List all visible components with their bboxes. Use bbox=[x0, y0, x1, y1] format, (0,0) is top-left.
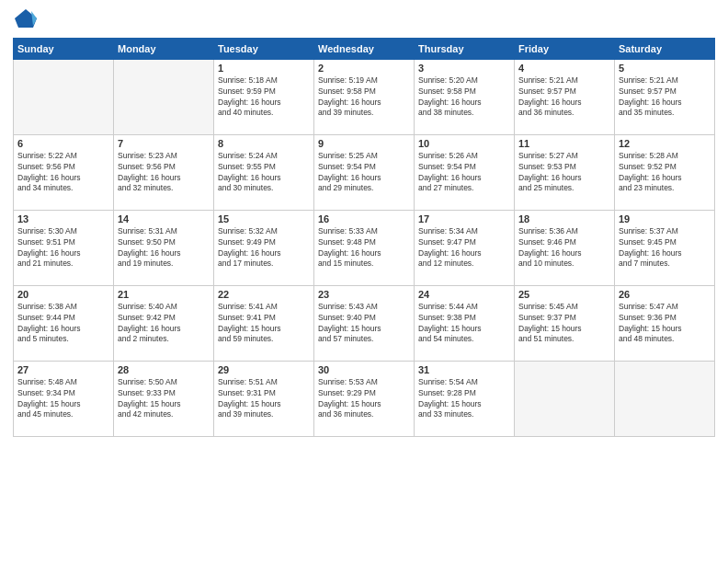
day-number: 12 bbox=[619, 138, 711, 149]
day-detail: Sunrise: 5:45 AM Sunset: 9:37 PM Dayligh… bbox=[518, 302, 610, 346]
calendar-cell bbox=[515, 361, 615, 436]
logo-icon bbox=[15, 9, 37, 28]
day-detail: Sunrise: 5:28 AM Sunset: 9:52 PM Dayligh… bbox=[619, 151, 711, 195]
logo-text bbox=[13, 9, 37, 32]
logo bbox=[13, 9, 37, 32]
weekday-header-saturday: Saturday bbox=[615, 38, 715, 59]
day-detail: Sunrise: 5:22 AM Sunset: 9:56 PM Dayligh… bbox=[17, 151, 109, 195]
calendar-cell: 6Sunrise: 5:22 AM Sunset: 9:56 PM Daylig… bbox=[14, 134, 114, 210]
day-number: 3 bbox=[418, 63, 510, 74]
day-number: 18 bbox=[518, 213, 610, 224]
day-number: 14 bbox=[118, 213, 210, 224]
day-detail: Sunrise: 5:36 AM Sunset: 9:46 PM Dayligh… bbox=[518, 226, 610, 270]
day-detail: Sunrise: 5:48 AM Sunset: 9:34 PM Dayligh… bbox=[17, 377, 109, 421]
calendar-cell: 24Sunrise: 5:44 AM Sunset: 9:38 PM Dayli… bbox=[415, 285, 515, 361]
calendar-cell: 12Sunrise: 5:28 AM Sunset: 9:52 PM Dayli… bbox=[615, 134, 715, 210]
weekday-header-tuesday: Tuesday bbox=[214, 38, 314, 59]
day-number: 9 bbox=[318, 138, 410, 149]
calendar-cell: 14Sunrise: 5:31 AM Sunset: 9:50 PM Dayli… bbox=[114, 210, 214, 285]
day-number: 29 bbox=[218, 364, 310, 375]
day-detail: Sunrise: 5:47 AM Sunset: 9:36 PM Dayligh… bbox=[619, 302, 711, 346]
day-detail: Sunrise: 5:34 AM Sunset: 9:47 PM Dayligh… bbox=[418, 226, 510, 270]
calendar-cell: 13Sunrise: 5:30 AM Sunset: 9:51 PM Dayli… bbox=[14, 210, 114, 285]
calendar-cell: 4Sunrise: 5:21 AM Sunset: 9:57 PM Daylig… bbox=[515, 59, 615, 134]
day-number: 20 bbox=[17, 289, 109, 300]
calendar-cell bbox=[615, 361, 715, 436]
day-number: 26 bbox=[619, 289, 711, 300]
day-number: 11 bbox=[518, 138, 610, 149]
day-detail: Sunrise: 5:51 AM Sunset: 9:31 PM Dayligh… bbox=[218, 377, 310, 421]
day-detail: Sunrise: 5:38 AM Sunset: 9:44 PM Dayligh… bbox=[17, 302, 109, 346]
week-row-0: 1Sunrise: 5:18 AM Sunset: 9:59 PM Daylig… bbox=[14, 59, 715, 134]
calendar-cell: 11Sunrise: 5:27 AM Sunset: 9:53 PM Dayli… bbox=[515, 134, 615, 210]
calendar-cell: 28Sunrise: 5:50 AM Sunset: 9:33 PM Dayli… bbox=[114, 361, 214, 436]
day-number: 21 bbox=[118, 289, 210, 300]
day-number: 15 bbox=[218, 213, 310, 224]
day-detail: Sunrise: 5:19 AM Sunset: 9:58 PM Dayligh… bbox=[318, 75, 410, 120]
day-detail: Sunrise: 5:41 AM Sunset: 9:41 PM Dayligh… bbox=[218, 302, 310, 346]
day-detail: Sunrise: 5:21 AM Sunset: 9:57 PM Dayligh… bbox=[518, 75, 610, 120]
calendar-cell: 26Sunrise: 5:47 AM Sunset: 9:36 PM Dayli… bbox=[615, 285, 715, 361]
calendar-cell: 30Sunrise: 5:53 AM Sunset: 9:29 PM Dayli… bbox=[314, 361, 415, 436]
calendar-cell: 17Sunrise: 5:34 AM Sunset: 9:47 PM Dayli… bbox=[415, 210, 515, 285]
day-number: 30 bbox=[318, 364, 410, 375]
day-detail: Sunrise: 5:50 AM Sunset: 9:33 PM Dayligh… bbox=[118, 377, 210, 421]
day-number: 10 bbox=[418, 138, 510, 149]
day-detail: Sunrise: 5:30 AM Sunset: 9:51 PM Dayligh… bbox=[17, 226, 109, 270]
day-number: 7 bbox=[118, 138, 210, 149]
day-number: 28 bbox=[118, 364, 210, 375]
calendar-cell: 27Sunrise: 5:48 AM Sunset: 9:34 PM Dayli… bbox=[14, 361, 114, 436]
day-detail: Sunrise: 5:44 AM Sunset: 9:38 PM Dayligh… bbox=[418, 302, 510, 346]
calendar-cell: 18Sunrise: 5:36 AM Sunset: 9:46 PM Dayli… bbox=[515, 210, 615, 285]
day-detail: Sunrise: 5:23 AM Sunset: 9:56 PM Dayligh… bbox=[118, 151, 210, 195]
day-number: 27 bbox=[17, 364, 109, 375]
day-detail: Sunrise: 5:26 AM Sunset: 9:54 PM Dayligh… bbox=[418, 151, 510, 195]
day-detail: Sunrise: 5:37 AM Sunset: 9:45 PM Dayligh… bbox=[619, 226, 711, 270]
calendar-cell: 10Sunrise: 5:26 AM Sunset: 9:54 PM Dayli… bbox=[415, 134, 515, 210]
day-number: 23 bbox=[318, 289, 410, 300]
day-detail: Sunrise: 5:24 AM Sunset: 9:55 PM Dayligh… bbox=[218, 151, 310, 195]
calendar-cell: 16Sunrise: 5:33 AM Sunset: 9:48 PM Dayli… bbox=[314, 210, 415, 285]
day-number: 6 bbox=[17, 138, 109, 149]
week-row-3: 20Sunrise: 5:38 AM Sunset: 9:44 PM Dayli… bbox=[14, 285, 715, 361]
day-number: 19 bbox=[619, 213, 711, 224]
calendar-cell: 21Sunrise: 5:40 AM Sunset: 9:42 PM Dayli… bbox=[114, 285, 214, 361]
day-number: 4 bbox=[518, 63, 610, 74]
weekday-header-row: SundayMondayTuesdayWednesdayThursdayFrid… bbox=[14, 38, 715, 59]
day-detail: Sunrise: 5:33 AM Sunset: 9:48 PM Dayligh… bbox=[318, 226, 410, 270]
calendar-cell: 25Sunrise: 5:45 AM Sunset: 9:37 PM Dayli… bbox=[515, 285, 615, 361]
day-detail: Sunrise: 5:40 AM Sunset: 9:42 PM Dayligh… bbox=[118, 302, 210, 346]
calendar-cell: 23Sunrise: 5:43 AM Sunset: 9:40 PM Dayli… bbox=[314, 285, 415, 361]
weekday-header-thursday: Thursday bbox=[415, 38, 515, 59]
day-number: 8 bbox=[218, 138, 310, 149]
day-detail: Sunrise: 5:43 AM Sunset: 9:40 PM Dayligh… bbox=[318, 302, 410, 346]
weekday-header-friday: Friday bbox=[515, 38, 615, 59]
header bbox=[13, 9, 715, 32]
calendar-cell: 29Sunrise: 5:51 AM Sunset: 9:31 PM Dayli… bbox=[214, 361, 314, 436]
week-row-2: 13Sunrise: 5:30 AM Sunset: 9:51 PM Dayli… bbox=[14, 210, 715, 285]
calendar-cell: 19Sunrise: 5:37 AM Sunset: 9:45 PM Dayli… bbox=[615, 210, 715, 285]
day-number: 1 bbox=[218, 63, 310, 74]
day-number: 13 bbox=[17, 213, 109, 224]
day-detail: Sunrise: 5:32 AM Sunset: 9:49 PM Dayligh… bbox=[218, 226, 310, 270]
calendar-cell: 31Sunrise: 5:54 AM Sunset: 9:28 PM Dayli… bbox=[415, 361, 515, 436]
day-detail: Sunrise: 5:18 AM Sunset: 9:59 PM Dayligh… bbox=[218, 75, 310, 120]
calendar-cell: 8Sunrise: 5:24 AM Sunset: 9:55 PM Daylig… bbox=[214, 134, 314, 210]
day-number: 5 bbox=[619, 63, 711, 74]
calendar-cell: 1Sunrise: 5:18 AM Sunset: 9:59 PM Daylig… bbox=[214, 59, 314, 134]
week-row-1: 6Sunrise: 5:22 AM Sunset: 9:56 PM Daylig… bbox=[14, 134, 715, 210]
calendar-cell: 20Sunrise: 5:38 AM Sunset: 9:44 PM Dayli… bbox=[14, 285, 114, 361]
day-detail: Sunrise: 5:31 AM Sunset: 9:50 PM Dayligh… bbox=[118, 226, 210, 270]
calendar-cell: 15Sunrise: 5:32 AM Sunset: 9:49 PM Dayli… bbox=[214, 210, 314, 285]
calendar-cell bbox=[114, 59, 214, 134]
calendar-cell: 7Sunrise: 5:23 AM Sunset: 9:56 PM Daylig… bbox=[114, 134, 214, 210]
day-detail: Sunrise: 5:20 AM Sunset: 9:58 PM Dayligh… bbox=[418, 75, 510, 120]
day-number: 25 bbox=[518, 289, 610, 300]
calendar-cell: 22Sunrise: 5:41 AM Sunset: 9:41 PM Dayli… bbox=[214, 285, 314, 361]
day-number: 24 bbox=[418, 289, 510, 300]
calendar-cell: 9Sunrise: 5:25 AM Sunset: 9:54 PM Daylig… bbox=[314, 134, 415, 210]
day-number: 31 bbox=[418, 364, 510, 375]
weekday-header-wednesday: Wednesday bbox=[314, 38, 415, 59]
calendar-cell: 5Sunrise: 5:21 AM Sunset: 9:57 PM Daylig… bbox=[615, 59, 715, 134]
day-detail: Sunrise: 5:53 AM Sunset: 9:29 PM Dayligh… bbox=[318, 377, 410, 421]
